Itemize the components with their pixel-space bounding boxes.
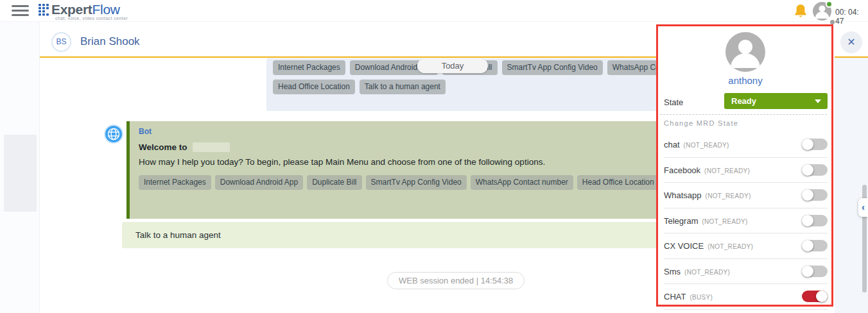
bot-menu-chip[interactable]: Download Android App (215, 175, 303, 190)
session-status-pill: WEB session ended | 14:54:38 (387, 272, 525, 289)
state-label: State (664, 97, 683, 107)
mrd-status: (NOT_READY) (702, 218, 747, 225)
mrd-toggle-chat[interactable] (802, 139, 828, 150)
logo-text-flow: Flow (92, 2, 120, 17)
mrd-toggle-telegram[interactable] (802, 215, 828, 226)
mrd-status: (NOT_READY) (684, 269, 730, 276)
mrd-toggle-cx-voice[interactable] (802, 240, 828, 251)
mrd-row-facebook: Facebook(NOT_READY) (664, 158, 828, 183)
top-bar: ExpertFlow chat, voice, video contact ce… (0, 0, 868, 22)
mrd-toggle-sms[interactable] (802, 266, 828, 277)
mrd-list: chat(NOT_READY) Facebook(NOT_READY) What… (664, 132, 828, 310)
mrd-toggle-whatsapp[interactable] (802, 189, 828, 201)
bot-menu-chip[interactable]: Head Office Location (577, 175, 659, 190)
panel-resize-dot (830, 20, 835, 24)
contact-avatar: BS (51, 32, 71, 52)
mrd-status: (NOT_READY) (704, 167, 750, 174)
quick-reply-chip[interactable]: Internet Packages (273, 60, 345, 75)
quick-reply-chip[interactable]: SmartTv App Config Video (502, 60, 603, 75)
mrd-status: (BUSY) (690, 294, 713, 301)
bot-menu-chip[interactable]: SmartTv App Config Video (366, 175, 467, 190)
quick-reply-chip[interactable]: Talk to a human agent (360, 80, 446, 94)
agent-avatar (725, 32, 765, 72)
left-rail (0, 22, 40, 313)
mrd-name: Facebook (664, 165, 700, 175)
chevron-down-icon (815, 99, 821, 103)
mrd-row-chat: chat(NOT_READY) (664, 132, 828, 158)
date-separator-pill: Today (417, 58, 488, 73)
bot-globe-icon (104, 124, 123, 144)
expertflow-logo: ExpertFlow chat, voice, video contact ce… (39, 2, 128, 21)
mrd-name: CHAT (664, 292, 686, 301)
bot-menu-chip[interactable]: WhatsApp Contact number (471, 175, 573, 190)
mrd-row-whatsapp: Whatsapp(NOT_READY) (664, 183, 828, 208)
bot-title-text: Welcome to (139, 142, 187, 152)
mrd-toggle-facebook[interactable] (802, 164, 828, 176)
logo-grid-icon (39, 4, 49, 16)
mrd-status: (NOT_READY) (684, 142, 729, 149)
mrd-name: chat (664, 140, 680, 149)
quick-reply-row: Internet Packages Download Android App D… (273, 60, 710, 75)
session-timer: 00: 04: 47 (835, 8, 868, 26)
bell-icon[interactable] (794, 3, 808, 19)
state-value: Ready (731, 96, 756, 106)
quick-reply-row: Head Office Location Talk to a human age… (273, 80, 446, 94)
mrd-toggle-chat-busy[interactable] (802, 291, 828, 302)
collapse-panel-chevron-icon[interactable]: ‹ (858, 198, 868, 217)
logo-tagline: chat, voice, video contact center (55, 16, 128, 21)
hamburger-menu-icon[interactable] (12, 5, 29, 17)
dashed-divider (660, 114, 827, 115)
bot-menu-chip[interactable]: Internet Packages (139, 175, 211, 190)
agent-name: anthony (656, 75, 835, 86)
state-dropdown[interactable]: Ready (724, 93, 828, 109)
bot-menu-chip[interactable]: Duplicate Bill (307, 175, 361, 190)
mrd-row-cx-voice: CX VOICE(NOT_READY) (664, 233, 828, 259)
quick-reply-chip[interactable]: Head Office Location (273, 80, 355, 94)
presence-dot (826, 1, 833, 8)
mrd-row-sms: Sms(NOT_READY) (664, 259, 828, 285)
redacted-text-patch (193, 142, 230, 152)
agent-state-panel: anthony State Ready Change MRD State cha… (656, 22, 835, 313)
mrd-status: (NOT_READY) (707, 243, 753, 250)
mrd-name: CX VOICE (664, 241, 704, 251)
close-icon[interactable]: ✕ (840, 31, 862, 53)
mrd-status: (NOT_READY) (706, 192, 751, 199)
mrd-name: Telegram (664, 216, 698, 226)
mrd-row-telegram: Telegram(NOT_READY) (664, 208, 828, 234)
contact-name: Brian Shook (80, 35, 140, 48)
mrd-row-chat-busy: CHAT(BUSY) (664, 284, 828, 310)
left-rail-placeholder (4, 135, 37, 212)
mrd-name: Whatsapp (664, 190, 702, 200)
expertflow-app: ExpertFlow chat, voice, video contact ce… (0, 0, 868, 313)
mrd-section-title: Change MRD State (664, 119, 738, 127)
mrd-name: Sms (664, 267, 681, 276)
logo-text-expert: Expert (51, 2, 92, 17)
